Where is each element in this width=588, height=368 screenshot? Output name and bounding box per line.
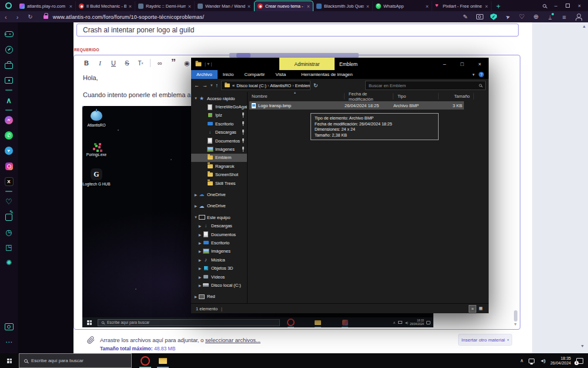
nav-item--herewegoagain[interactable]: !HereWeGoAgain [191,102,247,111]
clear-format-button[interactable]: Tx [136,59,145,67]
nav-item-documentos[interactable]: Documentos [191,137,247,145]
taskbar-search-box[interactable]: Escribe aquí para buscar [19,353,132,368]
browser-tab[interactable]: Blacksmith Job Quest &× [313,1,373,11]
explorer-maximize-button[interactable]: □ [453,58,471,70]
history-icon[interactable] [0,224,18,240]
snapshot-icon[interactable] [0,319,18,334]
edit-note-icon[interactable] [462,13,469,21]
nav-item-v-deos[interactable]: ▶Vídeos [191,273,247,281]
browser-tab[interactable]: Raydric :: Demi-Human× [135,1,195,11]
profile-icon[interactable] [574,13,582,21]
briefcase-icon[interactable] [0,57,18,72]
browser-tab[interactable]: atlantis.play-ro.com× [16,1,76,11]
tab-close-icon[interactable]: × [366,4,369,9]
preview-button[interactable]: ◉ [183,59,191,67]
nav-item-onedrive[interactable]: ▶OneDrive [191,202,247,210]
new-tab-button[interactable]: + [492,1,505,11]
topic-title-input[interactable] [76,24,519,37]
nav-item-red[interactable]: ▶Red [191,293,247,301]
nav-item-im-genes[interactable]: Imágenes [191,145,247,153]
nav-item-documentos[interactable]: ▶Documentos [191,230,247,238]
tab-close-icon[interactable]: × [188,4,191,9]
link-button[interactable]: ∞ [156,59,164,67]
whatsapp-icon[interactable] [0,128,18,143]
breadcrumb-segment[interactable]: Disco local (C:) [236,83,266,88]
nav-item-m-sica[interactable]: ▶Música [191,256,247,264]
nav-history-icon[interactable]: ▾ [211,83,213,88]
strikethrough-button[interactable]: S [123,59,131,67]
browser-tab[interactable]: WhatsApp× [373,1,432,11]
heart-icon[interactable] [0,194,18,209]
lock-icon[interactable] [44,15,48,19]
page-scroll-up-icon[interactable]: ▲ [582,24,586,28]
bold-button[interactable]: B [82,59,91,67]
nav-item-escritorio[interactable]: ▶Escritorio [191,238,247,247]
start-button[interactable] [0,353,19,368]
tray-chevron-icon[interactable]: ∧ [520,358,524,363]
settings-icon[interactable] [0,255,18,270]
underline-button[interactable]: U [109,59,118,67]
help-icon[interactable]: ? [479,72,484,77]
ribbon-tab-archivo[interactable]: Archivo [191,70,218,79]
reload-button[interactable]: ↻ [23,14,37,20]
nav-item-descargas[interactable]: ▶Descargas [191,221,247,230]
wheel-icon[interactable] [532,13,540,21]
breadcrumb-segment[interactable]: AtlantisRO [270,83,291,88]
opera-menu-button[interactable] [0,0,16,11]
tv-icon[interactable] [0,72,18,88]
gamepad-icon[interactable] [0,26,18,42]
minimize-button[interactable]: – [554,3,557,9]
breadcrumb-segment[interactable]: Emblem [295,83,310,88]
taskbar-opera-icon[interactable] [136,353,154,368]
close-button[interactable]: × [578,3,581,9]
nav-item-escritorio[interactable]: Escritorio [191,120,247,128]
file-row[interactable]: Logo transp.bmp 26/04/2024 18:25 Archivo… [249,101,464,110]
browser-tab[interactable]: Crear nuevo tema - For× [254,1,313,11]
insert-other-material-button[interactable]: Insertar otro material▾ [458,334,512,346]
refresh-icon[interactable]: ↻ [313,82,318,88]
x-icon[interactable] [0,174,18,189]
column-header-nombre[interactable]: Nombre▲ [248,93,345,100]
nav-item-im-genes[interactable]: ▶Imágenes [191,247,247,256]
desktop-icon-porings-exe[interactable]: Porings.exe [82,138,113,157]
select-files-link[interactable]: seleccionar archivos... [205,337,260,343]
explorer-minimize-button[interactable]: – [436,58,453,70]
heart-icon[interactable] [518,13,526,21]
ellipsis-icon[interactable] [0,334,18,350]
details-view-icon[interactable]: ≡ [469,306,476,312]
nav-item-acceso-r-pido[interactable]: ▼Acceso rápido [191,94,247,102]
column-header-tipo[interactable]: Tipo [393,93,439,100]
taskbar-clock[interactable]: 18:35 26/04/2024 [550,356,571,366]
desktop-icon-logitech-g-hub[interactable]: Logitech G HUB [82,168,113,186]
explorer-search-box[interactable]: Buscar en Emblem [365,81,486,90]
nav-item-disco-local-c-[interactable]: ▶Disco local (C:) [191,281,247,289]
nav-item-onedrive[interactable]: ▶OneDrive [191,190,247,198]
camera-icon[interactable] [476,13,483,21]
address-bar[interactable]: www.atlantis-ro.com/foro/forum/10-soport… [53,14,204,20]
ribbon-tab-vista[interactable]: Vista [270,70,292,79]
column-header-fecha[interactable]: Fecha de modificación [345,93,393,100]
ribbon-tab-compartir[interactable]: Compartir [239,70,270,79]
administrar-contextual-tab[interactable]: Administrar [279,58,335,70]
network-icon[interactable] [529,359,534,363]
nav-item-ragnarok[interactable]: Ragnarok [191,162,247,170]
quote-button[interactable]: ” [169,59,178,67]
speedometer-icon[interactable] [0,42,18,57]
explorer-close-button[interactable]: × [471,58,489,70]
browser-tab[interactable]: II Build Mechanic - By× [76,1,135,11]
back-button[interactable]: ‹ [0,14,12,21]
aria-icon[interactable] [0,92,18,108]
page-scroll-down-icon[interactable]: ▼ [580,344,584,348]
large-icons-view-icon[interactable]: ▦ [477,306,484,312]
browser-tab[interactable]: Wander Man / Wander× [195,1,254,11]
instagram-icon[interactable] [0,158,18,174]
tab-search-icon[interactable] [543,4,546,8]
breadcrumb[interactable]: « Disco local (C:) › AtlantisRO › Emblem… [221,81,310,90]
tab-close-icon[interactable]: × [485,4,488,9]
editor-scroll-down-icon[interactable]: ▼ [513,322,517,326]
ribbon-tab-herramientas[interactable]: Herramientas de imagen [296,70,358,79]
messenger-icon[interactable] [0,112,18,128]
nav-item-emblem[interactable]: Emblem [191,154,247,162]
column-header-tamano[interactable]: Tamaño [439,93,474,100]
nav-up-button[interactable]: ↑ [216,82,219,88]
